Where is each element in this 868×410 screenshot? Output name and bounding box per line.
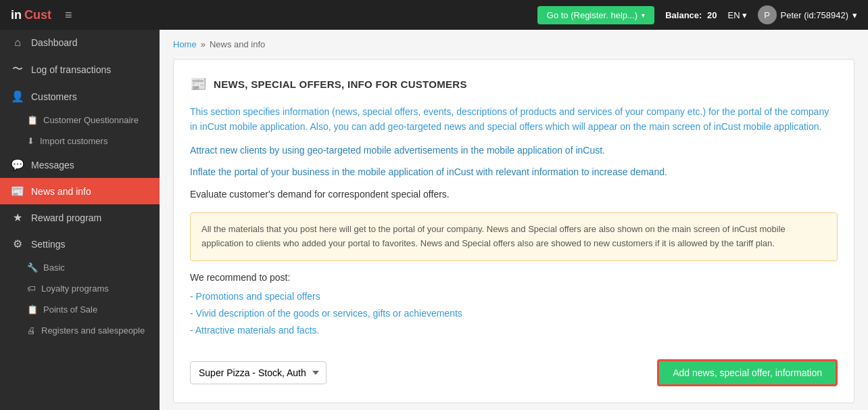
description-3: Inflate the portal of your business in t… bbox=[190, 164, 838, 179]
sidebar-item-news-and-info[interactable]: 📰 News and info bbox=[0, 178, 160, 204]
breadcrumb-home[interactable]: Home bbox=[173, 39, 197, 49]
sidebar-item-label: Settings bbox=[31, 239, 66, 250]
description-2: Attract new clients by using geo-targete… bbox=[190, 143, 838, 158]
recommend-section: We recommend to post: - Promotions and s… bbox=[190, 272, 838, 340]
description-4: Evaluate customer's demand for correspon… bbox=[190, 187, 838, 202]
page-title: NEWS, SPECIAL OFFERS, INFO FOR CUSTOMERS bbox=[214, 78, 467, 90]
sidebar-item-reward-program[interactable]: ★ Reward program bbox=[0, 204, 160, 231]
sidebar-item-customers[interactable]: 👤 Customers bbox=[0, 83, 160, 110]
header-left: inCust ≡ bbox=[11, 8, 72, 22]
dashboard-icon: ⌂ bbox=[11, 37, 24, 49]
logo-cust: Cust bbox=[24, 8, 51, 22]
sidebar-item-label: Dashboard bbox=[31, 37, 78, 48]
breadcrumb: Home » News and info bbox=[160, 30, 868, 59]
sidebar: ⌂ Dashboard 〜 Log of transactions 👤 Cust… bbox=[0, 30, 160, 410]
sidebar-item-label: Loyalty programs bbox=[41, 283, 109, 294]
sidebar-item-label: Messages bbox=[31, 160, 74, 170]
main-layout: ⌂ Dashboard 〜 Log of transactions 👤 Cust… bbox=[0, 30, 868, 410]
sidebar-item-label: Points of Sale bbox=[43, 304, 97, 315]
store-selector[interactable]: Super Pizza - Stock, Auth bbox=[190, 361, 327, 384]
settings-icon: ⚙ bbox=[11, 237, 24, 250]
questionnaire-icon: 📋 bbox=[27, 115, 38, 125]
user-name: Peter (id:758942) bbox=[781, 10, 848, 20]
lang-label: EN bbox=[727, 10, 740, 20]
avatar: P bbox=[758, 5, 777, 24]
sidebar-item-import-customers[interactable]: ⬇ Import customers bbox=[0, 131, 160, 152]
goto-button[interactable]: Go to (Register. help...) ▾ bbox=[537, 6, 654, 24]
transactions-icon: 〜 bbox=[11, 62, 24, 76]
breadcrumb-separator: » bbox=[201, 39, 206, 49]
hamburger-icon[interactable]: ≡ bbox=[65, 8, 72, 22]
sidebar-item-settings[interactable]: ⚙ Settings bbox=[0, 231, 160, 257]
sidebar-item-label: Log of transactions bbox=[31, 64, 111, 75]
recommend-item-2: - Vivid description of the goods or serv… bbox=[190, 305, 838, 322]
sidebar-item-label: News and info bbox=[31, 186, 91, 197]
recommend-item-3: - Attractive materials and facts. bbox=[190, 322, 838, 339]
page-card: 📰 NEWS, SPECIAL OFFERS, INFO FOR CUSTOME… bbox=[173, 59, 854, 403]
sidebar-item-label: Reward program bbox=[31, 212, 101, 223]
sidebar-item-label: Basic bbox=[43, 263, 65, 273]
goto-button-label: Go to (Register. help...) bbox=[547, 10, 637, 20]
pos-icon: 📋 bbox=[27, 304, 38, 315]
messages-icon: 💬 bbox=[11, 158, 24, 171]
content-area: Home » News and info 📰 NEWS, SPECIAL OFF… bbox=[160, 30, 868, 410]
sidebar-item-label: Import customers bbox=[40, 136, 107, 146]
sidebar-item-dashboard[interactable]: ⌂ Dashboard bbox=[0, 30, 160, 55]
sidebar-item-loyalty-programs[interactable]: 🏷 Loyalty programs bbox=[0, 278, 160, 299]
user-arrow-icon: ▾ bbox=[852, 10, 857, 20]
description-1: This section specifies information (news… bbox=[190, 104, 838, 135]
sidebar-item-customer-questionnaire[interactable]: 📋 Customer Questionnaire bbox=[0, 110, 160, 131]
customers-icon: 👤 bbox=[11, 90, 24, 103]
recommend-item-1: - Promotions and special offers bbox=[190, 288, 838, 305]
sidebar-item-basic[interactable]: 🔧 Basic bbox=[0, 257, 160, 278]
bottom-bar: Super Pizza - Stock, Auth Add news, spec… bbox=[190, 352, 838, 386]
sidebar-item-messages[interactable]: 💬 Messages bbox=[0, 152, 160, 178]
basic-icon: 🔧 bbox=[27, 263, 38, 273]
language-selector[interactable]: EN ▾ bbox=[727, 10, 746, 20]
goto-arrow-icon: ▾ bbox=[642, 12, 645, 19]
sidebar-item-registers-and-salespeople[interactable]: 🖨 Registers and salespeople bbox=[0, 320, 160, 341]
lang-arrow-icon: ▾ bbox=[742, 10, 747, 20]
logo-in: in bbox=[11, 8, 22, 22]
sidebar-item-label: Registers and salespeople bbox=[41, 325, 145, 336]
import-icon: ⬇ bbox=[27, 136, 34, 146]
registers-icon: 🖨 bbox=[27, 325, 36, 336]
user-menu[interactable]: P Peter (id:758942) ▾ bbox=[758, 5, 857, 24]
reward-icon: ★ bbox=[11, 211, 24, 224]
logo: inCust bbox=[11, 8, 51, 22]
header-right: Go to (Register. help...) ▾ Balance: 20 … bbox=[537, 5, 857, 24]
news-icon: 📰 bbox=[11, 185, 24, 198]
info-box-text: All the materials that you post here wil… bbox=[201, 224, 786, 248]
recommend-title: We recommend to post: bbox=[190, 272, 838, 283]
page-title-row: 📰 NEWS, SPECIAL OFFERS, INFO FOR CUSTOME… bbox=[190, 76, 838, 92]
balance-label: Balance: bbox=[665, 10, 702, 20]
loyalty-icon: 🏷 bbox=[27, 283, 36, 294]
page-title-icon: 📰 bbox=[190, 76, 207, 92]
add-news-button[interactable]: Add news, special offer, information bbox=[657, 359, 838, 386]
info-box: All the materials that you post here wil… bbox=[190, 212, 838, 261]
sidebar-item-log-of-transactions[interactable]: 〜 Log of transactions bbox=[0, 55, 160, 83]
balance-value: 20 bbox=[707, 10, 717, 20]
sidebar-item-points-of-sale[interactable]: 📋 Points of Sale bbox=[0, 299, 160, 320]
sidebar-item-label: Customers bbox=[31, 91, 77, 102]
sidebar-item-label: Customer Questionnaire bbox=[43, 115, 139, 125]
balance-display: Balance: 20 bbox=[665, 10, 717, 20]
breadcrumb-current: News and info bbox=[210, 39, 265, 49]
header: inCust ≡ Go to (Register. help...) ▾ Bal… bbox=[0, 0, 868, 30]
